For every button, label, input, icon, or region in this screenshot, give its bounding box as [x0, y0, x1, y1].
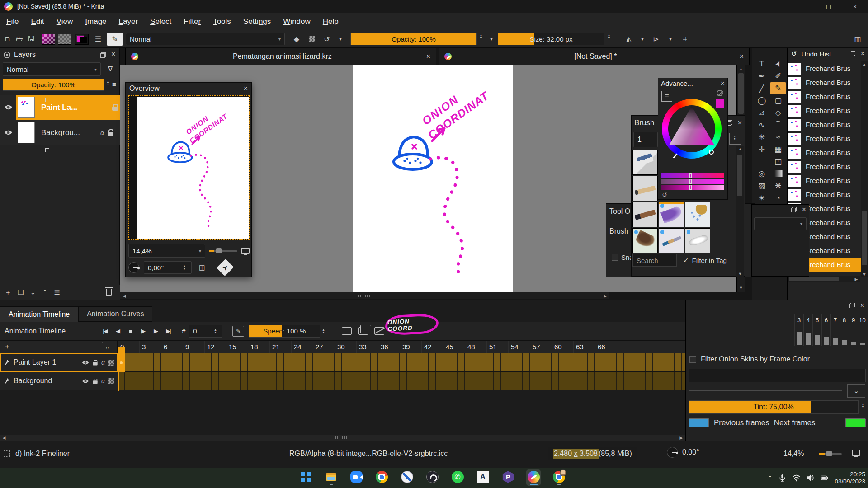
wrap-around-icon[interactable]: ⌗	[679, 33, 691, 45]
slider-handle[interactable]	[689, 173, 692, 178]
hue-slider[interactable]	[661, 173, 724, 178]
onion-skin-off-icon[interactable]	[374, 327, 384, 335]
blend-mode-dropdown[interactable]: Normal	[126, 33, 285, 45]
frame-color-input[interactable]	[689, 369, 866, 382]
brush-size-slider[interactable]: Size: 32,00 px	[498, 33, 604, 45]
layer-thumbnail[interactable]	[18, 97, 35, 118]
layer-visibility-cell[interactable]	[0, 95, 16, 120]
canvas-horizontal-scrollbar[interactable]: ◀ ▶	[120, 292, 609, 299]
frame-number[interactable]: 6	[161, 341, 183, 353]
menu-item[interactable]: File	[6, 17, 19, 26]
minimize-button[interactable]: –	[789, 0, 816, 13]
tint-spinner[interactable]	[860, 403, 866, 408]
undo-history-entry[interactable]: Freehand Brus	[788, 89, 861, 103]
taskbar-app-icon[interactable]	[349, 469, 363, 486]
rotation-dial-icon[interactable]	[128, 262, 139, 273]
scrollbar-thumb[interactable]	[737, 155, 742, 196]
pattern-swatch[interactable]	[58, 34, 71, 45]
presets-scrollbar[interactable]: ▲ ▼	[736, 146, 744, 277]
frame-number[interactable]: 12	[204, 341, 226, 353]
frame-ruler[interactable]: ＋ ↔ 036912151821242730333639424548515457…	[0, 341, 685, 353]
scroll-down-icon[interactable]: ▼	[736, 272, 744, 276]
zoom-slider[interactable]	[819, 453, 842, 455]
close-docker-icon[interactable]	[802, 206, 806, 213]
rotation-spinner[interactable]	[181, 265, 188, 270]
lock-open-icon[interactable]	[112, 104, 118, 111]
playback-speed-slider[interactable]: Speed: 100 %	[249, 325, 320, 338]
menu-item[interactable]: Help	[323, 17, 339, 26]
close-docker-icon[interactable]	[244, 85, 248, 92]
overview-zoom-dropdown[interactable]: 14,4%	[128, 244, 205, 258]
delete-layer-button[interactable]	[106, 289, 112, 296]
layer-name[interactable]: Paint La...	[41, 103, 77, 112]
volume-icon[interactable]	[807, 474, 814, 482]
close-docker-icon[interactable]	[111, 51, 115, 58]
tool-button[interactable]: ≈	[770, 131, 786, 143]
tool-button[interactable]: ╱	[754, 82, 770, 94]
taskbar-app-icon[interactable]	[501, 469, 515, 486]
frame-number[interactable]: 42	[421, 341, 443, 353]
lock-open-icon[interactable]	[93, 360, 97, 365]
layer-row-background[interactable]: Backgrou... α	[0, 120, 120, 145]
reload-preset-icon[interactable]: ↺	[321, 33, 333, 45]
selection-mode-icon[interactable]	[4, 450, 10, 457]
overview-zoom-slider[interactable]	[209, 250, 237, 252]
new-document-icon[interactable]: 🗅	[2, 33, 14, 45]
expand-timeline-icon[interactable]: ↔	[102, 342, 113, 352]
preserve-alpha-icon[interactable]	[306, 33, 317, 45]
tool-button[interactable]: ⊿	[754, 107, 770, 119]
scrollbar-thumb[interactable]	[738, 73, 744, 114]
lock-closed-icon[interactable]	[93, 378, 97, 384]
brush-preset-tile[interactable]	[632, 176, 658, 201]
float-docker-icon[interactable]	[100, 52, 106, 59]
opacity-bar[interactable]	[806, 333, 811, 345]
onion-skin-column[interactable]: 10	[858, 314, 867, 346]
float-docker-icon[interactable]	[850, 51, 855, 56]
onion-skin-column[interactable]: 7	[830, 314, 840, 346]
alpha-icon[interactable]: α	[101, 359, 105, 366]
opacity-spinner[interactable]	[478, 34, 484, 39]
color-selector-cursor[interactable]	[709, 150, 714, 155]
horizontal-mirror-icon[interactable]: ◭	[623, 33, 635, 45]
taskbar-app-icon[interactable]	[450, 469, 465, 486]
tool-button[interactable]: ◳	[770, 155, 786, 168]
image-dimensions[interactable]: 2.480 x 3.508 (85,8 MiB)	[548, 447, 637, 460]
selector-settings-icon[interactable]: ☰	[661, 91, 672, 102]
scroll-up-icon[interactable]: ▲	[736, 147, 744, 151]
scroll-up-icon[interactable]: ▲	[861, 62, 868, 67]
opacity-bar[interactable]	[860, 343, 865, 345]
tool-button[interactable]: ✒	[754, 70, 770, 82]
taskbar-app-icon[interactable]	[476, 469, 490, 486]
brush-preset-tile[interactable]	[632, 202, 658, 227]
animation-tab[interactable]: Animation Curves	[78, 306, 152, 322]
value-slider[interactable]	[661, 185, 724, 190]
scroll-right-icon[interactable]: ▶	[601, 294, 609, 298]
inherit-alpha-icon[interactable]	[45, 98, 49, 102]
brush-preset-tile[interactable]	[632, 228, 658, 253]
layer-row-paint[interactable]: Paint La...	[0, 95, 120, 120]
float-docker-icon[interactable]	[791, 207, 797, 212]
slider-handle[interactable]	[689, 184, 692, 190]
undo-history-entry[interactable]: Freehand Brus	[788, 188, 861, 202]
onion-skin-column[interactable]: 6	[821, 314, 830, 346]
filter-onion-checkbox[interactable]	[689, 356, 696, 363]
check-icon[interactable]: ✓	[683, 256, 689, 264]
transport-button[interactable]: ▶	[137, 325, 149, 337]
undo-scrollbar[interactable]: ▲ ▼	[861, 61, 868, 277]
edit-brush-settings-button[interactable]: ✎	[107, 33, 123, 46]
brush-preset-tile[interactable]	[659, 202, 684, 227]
undo-history-entry[interactable]: Freehand Brus	[788, 117, 861, 131]
undo-history-entry[interactable]: Freehand Brus	[788, 103, 861, 117]
fg-bg-color-swatch[interactable]	[75, 34, 89, 45]
onion-skin-column[interactable]: 3	[794, 314, 803, 346]
alpha-checker-icon[interactable]	[108, 378, 114, 384]
frame-number[interactable]: 18	[248, 341, 269, 353]
filter-in-tag-label[interactable]: Filter in Tag	[692, 257, 727, 264]
scrollbar-thumb[interactable]	[789, 277, 839, 281]
menu-item[interactable]: Tools	[213, 17, 231, 26]
transport-button[interactable]: ▶|	[162, 325, 175, 337]
eye-icon[interactable]	[82, 360, 89, 365]
tool-button[interactable]: ▦	[770, 143, 786, 155]
alpha-checker-icon[interactable]	[108, 360, 114, 366]
close-docker-icon[interactable]	[738, 119, 742, 127]
